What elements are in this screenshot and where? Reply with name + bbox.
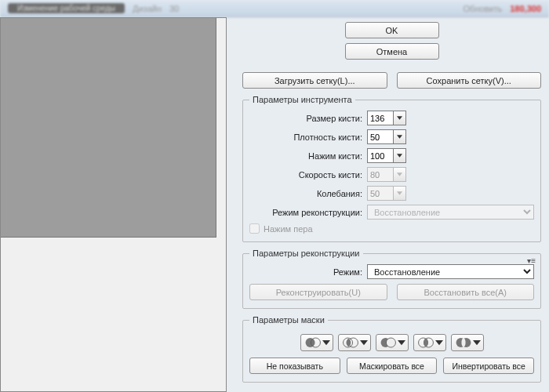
preview-image[interactable] [1, 18, 216, 238]
svg-marker-2 [397, 154, 402, 157]
svg-point-12 [386, 338, 395, 347]
window-titlebar: Изменение рабочей среды Дизайн 30 Обнови… [0, 0, 549, 17]
turbulence-dropdown [394, 186, 406, 201]
brush-pressure-input[interactable] [367, 148, 394, 163]
brush-size-dropdown[interactable] [394, 111, 406, 125]
svg-marker-7 [322, 340, 330, 345]
mask-options-group: Параметры маски [242, 315, 541, 383]
turbulence-label: Колебания: [249, 189, 367, 198]
brush-pressure-dropdown[interactable] [394, 148, 406, 163]
load-mesh-button[interactable]: Загрузить сетку(L)... [242, 72, 387, 89]
brush-rate-stepper [367, 167, 408, 182]
brush-size-stepper[interactable] [367, 111, 408, 125]
save-mesh-button[interactable]: Сохранить сетку(V)... [397, 72, 542, 89]
brush-density-stepper[interactable] [367, 129, 408, 144]
restore-all-button: Восстановить все(A) [397, 284, 535, 300]
mask-none-button[interactable]: Не показывать [249, 358, 340, 374]
turbulence-input [367, 186, 394, 201]
svg-marker-3 [397, 172, 402, 176]
reconstruct-button: Реконструировать(U) [249, 284, 387, 300]
chevron-down-icon[interactable] [360, 336, 368, 349]
mask-options-legend: Параметры маски [249, 315, 328, 325]
recon-mode2-label: Режим: [249, 267, 367, 277]
svg-marker-10 [360, 340, 368, 345]
mask-add-icon[interactable] [338, 334, 371, 351]
pen-pressure-label: Нажим пера [264, 224, 313, 234]
recon-mode-select: Восстановление [367, 205, 534, 220]
mask-invert-icon[interactable] [451, 334, 484, 351]
chevron-down-icon[interactable] [398, 336, 405, 349]
svg-marker-21 [473, 340, 481, 345]
reconstruction-legend: Параметры реконструкции [249, 249, 363, 258]
reconstruction-group: Параметры реконструкции ▾≡ Режим: Восста… [242, 249, 541, 309]
brush-rate-label: Скорость кисти: [249, 170, 367, 180]
options-panel: OK Отмена Загрузить сетку(L)... Сохранит… [227, 17, 549, 392]
brush-size-input[interactable] [367, 111, 394, 125]
svg-point-20 [461, 339, 465, 347]
brush-pressure-label: Нажим кисти: [249, 151, 367, 161]
titlebar-pill: Изменение рабочей среды [8, 3, 125, 13]
chevron-down-icon[interactable] [322, 336, 330, 349]
brush-density-dropdown[interactable] [394, 129, 406, 144]
svg-marker-4 [397, 191, 402, 194]
recon-mode2-select[interactable]: Восстановление [367, 264, 534, 279]
brush-density-input[interactable] [367, 129, 394, 144]
svg-point-5 [305, 338, 314, 347]
svg-marker-0 [397, 116, 402, 119]
tool-options-legend: Параметры инструмента [249, 95, 355, 104]
turbulence-stepper [367, 186, 408, 201]
brush-pressure-stepper[interactable] [367, 148, 408, 163]
brush-size-label: Размер кисти: [249, 114, 367, 123]
preview-canvas[interactable] [0, 17, 227, 392]
mask-replace-icon[interactable] [300, 334, 333, 351]
resize-handle[interactable] [215, 18, 226, 29]
brush-rate-dropdown [394, 167, 406, 182]
pen-pressure-checkbox [249, 223, 260, 234]
svg-marker-13 [398, 340, 405, 345]
svg-marker-17 [435, 340, 443, 345]
brush-density-label: Плотность кисти: [249, 132, 367, 142]
chevron-down-icon[interactable] [435, 336, 443, 349]
chevron-down-icon[interactable] [473, 336, 481, 349]
mask-intersect-icon[interactable] [413, 334, 446, 351]
mask-subtract-icon[interactable] [376, 334, 409, 351]
reconstruction-flyout-icon[interactable]: ▾≡ [527, 256, 536, 265]
svg-marker-1 [397, 135, 402, 138]
cancel-button[interactable]: Отмена [345, 43, 439, 60]
brush-rate-input [367, 167, 394, 182]
ok-button[interactable]: OK [345, 22, 439, 38]
tool-options-group: Параметры инструмента Размер кисти: Плот… [242, 95, 541, 242]
svg-point-16 [424, 339, 427, 347]
mask-all-button[interactable]: Маскировать все [347, 358, 438, 374]
recon-mode-label: Режим реконструкции: [249, 208, 367, 217]
mask-invert-button[interactable]: Инвертировать все [443, 358, 534, 374]
